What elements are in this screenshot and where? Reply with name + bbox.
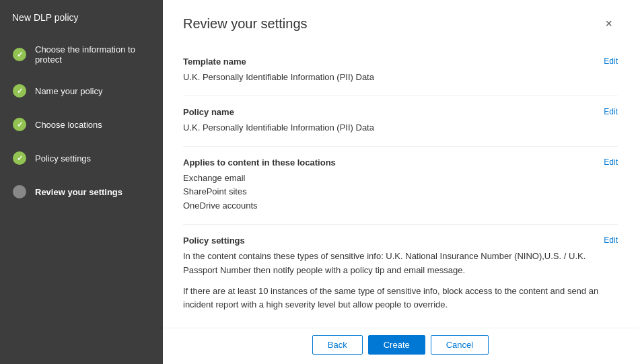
template-name-edit[interactable]: Edit xyxy=(604,57,618,66)
completed-icon-4 xyxy=(12,151,27,166)
policy-name-label: Policy name xyxy=(183,107,234,117)
policy-settings-desc2: If there are at least 10 instances of th… xyxy=(183,285,618,313)
locations-header: Applies to content in these locations Ed… xyxy=(183,157,618,168)
policy-settings-edit[interactable]: Edit xyxy=(604,235,618,245)
main-header: Review your settings × xyxy=(163,0,638,39)
policy-settings-desc1: In the content contains these types of s… xyxy=(183,250,618,278)
page-title: Review your settings xyxy=(183,16,308,32)
template-name-label: Template name xyxy=(183,57,246,67)
completed-icon-1 xyxy=(12,47,27,62)
sidebar-item-label-4: Policy settings xyxy=(35,153,91,163)
sidebar-item-review-settings[interactable]: Review your settings xyxy=(0,175,163,209)
policy-settings-label: Policy settings xyxy=(183,235,245,246)
policy-name-edit[interactable]: Edit xyxy=(604,107,618,116)
locations-label: Applies to content in these locations xyxy=(183,157,336,168)
location-onedrive: OneDrive accounts xyxy=(183,199,618,213)
empty-icon-5 xyxy=(12,184,27,199)
policy-settings-header: Policy settings Edit xyxy=(183,235,618,246)
template-name-value: U.K. Personally Identifiable Information… xyxy=(183,71,618,85)
locations-edit[interactable]: Edit xyxy=(604,157,618,167)
sidebar: New DLP policy Choose the information to… xyxy=(0,0,163,364)
sidebar-item-label-3: Choose locations xyxy=(35,120,102,130)
location-sharepoint: SharePoint sites xyxy=(183,185,618,199)
policy-settings-section: Policy settings Edit In the content cont… xyxy=(183,225,618,328)
sidebar-item-choose-info[interactable]: Choose the information to protect xyxy=(0,35,163,74)
locations-section: Applies to content in these locations Ed… xyxy=(183,147,618,225)
back-button[interactable]: Back xyxy=(312,335,363,355)
template-name-header: Template name Edit xyxy=(183,57,618,67)
template-name-section: Template name Edit U.K. Personally Ident… xyxy=(183,46,618,96)
sidebar-item-choose-locations[interactable]: Choose locations xyxy=(0,108,163,141)
sidebar-item-policy-settings[interactable]: Policy settings xyxy=(0,141,163,175)
sidebar-item-name-policy[interactable]: Name your policy xyxy=(0,74,163,108)
completed-icon-3 xyxy=(12,117,27,132)
locations-values: Exchange email SharePoint sites OneDrive… xyxy=(183,172,618,213)
create-button[interactable]: Create xyxy=(368,335,425,355)
main-footer: Back Create Cancel xyxy=(163,328,638,364)
cancel-button[interactable]: Cancel xyxy=(431,335,489,355)
sidebar-item-label-2: Name your policy xyxy=(35,86,102,96)
location-exchange: Exchange email xyxy=(183,172,618,186)
sidebar-item-label-1: Choose the information to protect xyxy=(35,44,151,65)
policy-name-value: U.K. Personally Identifiable Information… xyxy=(183,121,618,135)
main-panel: Review your settings × Template name Edi… xyxy=(163,0,638,364)
sidebar-item-label-5: Review your settings xyxy=(35,187,122,197)
policy-name-header: Policy name Edit xyxy=(183,107,618,117)
policy-name-section: Policy name Edit U.K. Personally Identif… xyxy=(183,96,618,147)
close-button[interactable]: × xyxy=(600,15,618,32)
completed-icon-2 xyxy=(12,83,27,98)
sidebar-title: New DLP policy xyxy=(0,0,163,35)
main-body: Template name Edit U.K. Personally Ident… xyxy=(163,39,638,328)
